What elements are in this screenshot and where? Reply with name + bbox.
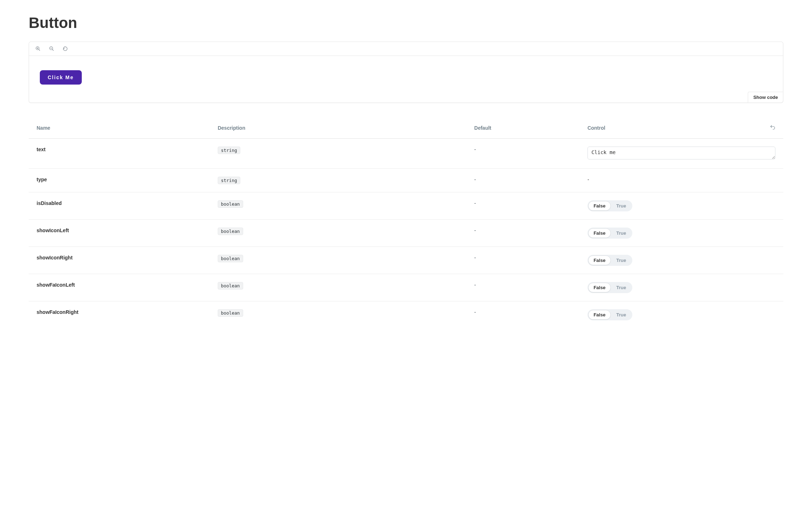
zoom-reset-icon[interactable] bbox=[62, 46, 69, 52]
type-pill: boolean bbox=[218, 255, 243, 262]
arg-default: - bbox=[466, 247, 580, 274]
type-pill: string bbox=[218, 177, 240, 184]
text-control[interactable] bbox=[587, 147, 775, 159]
arg-name: isDisabled bbox=[29, 192, 210, 220]
toggle-true[interactable]: True bbox=[611, 201, 631, 211]
args-header-row: Name Description Default Control bbox=[29, 121, 783, 139]
preview-toolbar bbox=[29, 42, 783, 56]
arg-description: boolean bbox=[210, 192, 466, 220]
arg-default: - bbox=[466, 220, 580, 247]
toggle-true[interactable]: True bbox=[611, 310, 631, 320]
boolean-toggle[interactable]: FalseTrue bbox=[587, 228, 632, 239]
zoom-in-icon[interactable] bbox=[35, 46, 41, 52]
arg-description: boolean bbox=[210, 274, 466, 301]
arg-control bbox=[580, 139, 783, 169]
arg-control: - bbox=[580, 169, 783, 192]
toggle-false[interactable]: False bbox=[588, 310, 611, 320]
type-pill: string bbox=[218, 147, 240, 154]
arg-row: textstring- bbox=[29, 139, 783, 169]
reset-controls-cell bbox=[746, 121, 783, 139]
arg-default: - bbox=[466, 139, 580, 169]
arg-name: showIconRight bbox=[29, 247, 210, 274]
arg-name: text bbox=[29, 139, 210, 169]
arg-control: FalseTrue bbox=[580, 192, 783, 220]
toggle-false[interactable]: False bbox=[588, 283, 611, 292]
arg-row: showFaIconRightboolean-FalseTrue bbox=[29, 301, 783, 329]
type-pill: boolean bbox=[218, 200, 243, 208]
boolean-toggle[interactable]: FalseTrue bbox=[587, 255, 632, 266]
zoom-out-icon[interactable] bbox=[48, 46, 55, 52]
arg-description: string bbox=[210, 169, 466, 192]
boolean-toggle[interactable]: FalseTrue bbox=[587, 309, 632, 320]
arg-row: typestring-- bbox=[29, 169, 783, 192]
col-default: Default bbox=[466, 121, 580, 139]
arg-control: FalseTrue bbox=[580, 301, 783, 329]
arg-row: isDisabledboolean-FalseTrue bbox=[29, 192, 783, 220]
col-description: Description bbox=[210, 121, 466, 139]
preview-panel: Click Me Show code bbox=[29, 42, 783, 103]
arg-default: - bbox=[466, 301, 580, 329]
arg-row: showIconRightboolean-FalseTrue bbox=[29, 247, 783, 274]
arg-default: - bbox=[466, 274, 580, 301]
preview-canvas: Click Me bbox=[29, 56, 783, 102]
toggle-false[interactable]: False bbox=[588, 228, 611, 238]
arg-default: - bbox=[466, 192, 580, 220]
arg-description: string bbox=[210, 139, 466, 169]
boolean-toggle[interactable]: FalseTrue bbox=[587, 200, 632, 211]
boolean-toggle[interactable]: FalseTrue bbox=[587, 282, 632, 293]
toggle-true[interactable]: True bbox=[611, 255, 631, 265]
arg-description: boolean bbox=[210, 220, 466, 247]
type-pill: boolean bbox=[218, 228, 243, 235]
type-pill: boolean bbox=[218, 309, 243, 317]
show-code-button[interactable]: Show code bbox=[748, 92, 783, 103]
svg-line-1 bbox=[39, 49, 40, 51]
col-name: Name bbox=[29, 121, 210, 139]
arg-name: showFaIconLeft bbox=[29, 274, 210, 301]
page-title: Button bbox=[29, 14, 783, 32]
toggle-true[interactable]: True bbox=[611, 228, 631, 238]
arg-description: boolean bbox=[210, 247, 466, 274]
arg-row: showFaIconLeftboolean-FalseTrue bbox=[29, 274, 783, 301]
type-pill: boolean bbox=[218, 282, 243, 290]
arg-row: showIconLeftboolean-FalseTrue bbox=[29, 220, 783, 247]
reset-icon[interactable] bbox=[770, 125, 775, 131]
arg-name: showFaIconRight bbox=[29, 301, 210, 329]
arg-control: FalseTrue bbox=[580, 247, 783, 274]
arg-name: showIconLeft bbox=[29, 220, 210, 247]
col-control: Control bbox=[580, 121, 746, 139]
arg-control: FalseTrue bbox=[580, 274, 783, 301]
arg-default: - bbox=[466, 169, 580, 192]
arg-description: boolean bbox=[210, 301, 466, 329]
arg-name: type bbox=[29, 169, 210, 192]
toggle-false[interactable]: False bbox=[588, 201, 611, 211]
args-table: Name Description Default Control textstr… bbox=[29, 121, 783, 328]
arg-control: FalseTrue bbox=[580, 220, 783, 247]
toggle-true[interactable]: True bbox=[611, 283, 631, 292]
sample-button[interactable]: Click Me bbox=[40, 70, 82, 85]
toggle-false[interactable]: False bbox=[588, 255, 611, 265]
svg-line-5 bbox=[52, 49, 53, 51]
